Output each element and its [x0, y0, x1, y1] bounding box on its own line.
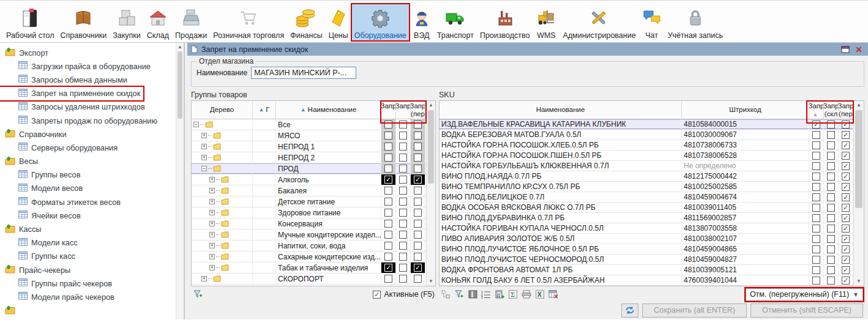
flag-checkbox-cell[interactable]: ✓: [411, 174, 425, 185]
expand-icon[interactable]: +: [209, 199, 215, 204]
expand-icon[interactable]: +: [209, 232, 215, 237]
group-row[interactable]: −ПРОД: [192, 163, 435, 174]
checkbox-icon[interactable]: ✓: [842, 173, 850, 180]
checkbox-icon[interactable]: [399, 176, 407, 184]
checkbox-icon[interactable]: [399, 253, 407, 261]
checkbox-icon[interactable]: [812, 266, 820, 274]
scroll-down-icon[interactable]: ▼: [427, 277, 435, 286]
checkbox-icon[interactable]: [827, 121, 835, 128]
sidebar-item-13[interactable]: Ячейки весов: [0, 209, 184, 222]
checkbox-icon[interactable]: [827, 204, 835, 212]
sku-row[interactable]: ВИНО ПЛОД.ЛУЧИСТОЕ ЧЕРНОСМОРОД.0.5Л48104…: [440, 255, 864, 265]
checkbox-icon[interactable]: [827, 183, 835, 191]
group-row[interactable]: +НЕПРОД 1: [192, 141, 435, 152]
store-name-input[interactable]: [251, 67, 356, 79]
state-filter-dropdown[interactable]: Отм. (перегруженный) (F11) ▼: [746, 288, 863, 301]
sidebar-item-4[interactable]: Запрет на применение скидок: [0, 87, 143, 100]
flag-checkbox-cell[interactable]: [824, 275, 839, 285]
flag-checkbox-cell[interactable]: [396, 185, 411, 196]
refresh-button[interactable]: [621, 303, 638, 318]
checkbox-icon[interactable]: ✓: [842, 266, 850, 274]
toolbar-item-9[interactable]: Оборудование: [352, 4, 409, 40]
flag-checkbox-cell[interactable]: [381, 218, 396, 229]
group-row[interactable]: +Детское питание: [192, 196, 435, 207]
checkbox-icon[interactable]: ✓: [842, 245, 850, 253]
print-icon[interactable]: [521, 289, 532, 300]
scroll-up-icon[interactable]: ▲: [854, 101, 864, 110]
flag-checkbox-cell[interactable]: [824, 161, 839, 171]
group-row[interactable]: +Табак и табачные изделия✓✓: [192, 262, 435, 273]
checkbox-icon[interactable]: [812, 141, 820, 149]
scrollbar-thumb[interactable]: [855, 110, 862, 208]
checkbox-icon[interactable]: [414, 154, 422, 162]
checkbox-icon[interactable]: ✓: [842, 204, 850, 212]
flag-checkbox-cell[interactable]: [824, 192, 839, 202]
column-header-name[interactable]: Наименование: [440, 101, 682, 119]
sidebar-item-8[interactable]: Серверы оборудования: [0, 141, 184, 154]
expand-icon[interactable]: +: [201, 276, 207, 281]
flag-checkbox-cell[interactable]: ✓: [839, 171, 853, 181]
toolbar-item-12[interactable]: Производство: [477, 4, 533, 40]
flag-checkbox-cell[interactable]: [381, 196, 396, 207]
toolbar-item-3[interactable]: Закупки: [110, 4, 143, 40]
column-header-flag3[interactable]: Запр (пер: [839, 101, 853, 119]
flag-checkbox-cell[interactable]: [381, 240, 396, 251]
checkbox-icon[interactable]: [384, 187, 392, 195]
calculator-add-icon[interactable]: [494, 289, 505, 300]
sku-row[interactable]: ПИВО АЛИВАРИЯ ЗОЛОТОЕ Ж/Б 0.5Л4810038002…: [440, 234, 864, 244]
checkbox-icon[interactable]: [399, 275, 407, 283]
checkbox-icon[interactable]: ✓: [812, 121, 820, 128]
group-row[interactable]: −Все: [192, 119, 435, 130]
checkbox-icon[interactable]: [812, 162, 820, 170]
toolbar-item-8[interactable]: Цены: [326, 4, 351, 40]
flag-checkbox-cell[interactable]: ✓: [839, 151, 853, 160]
flag-checkbox-cell[interactable]: [824, 234, 839, 244]
column-header-flag2[interactable]: Запр: [396, 101, 411, 119]
checkbox-icon[interactable]: [399, 198, 407, 206]
checkbox-icon[interactable]: [827, 277, 835, 285]
toolbar-item-10[interactable]: ВЭД: [410, 4, 433, 40]
checkbox-icon[interactable]: [399, 242, 407, 250]
checkbox-icon[interactable]: [827, 266, 835, 274]
checkbox-icon[interactable]: ✓: [414, 176, 422, 184]
flag-checkbox-cell[interactable]: [381, 207, 396, 218]
sidebar-item-12[interactable]: Форматы этикеток весов: [0, 195, 184, 209]
scrollbar-thumb[interactable]: [428, 110, 434, 184]
flag-checkbox-cell[interactable]: [809, 255, 824, 264]
flag-checkbox-cell[interactable]: ✓: [839, 161, 853, 171]
column-header-flag3[interactable]: Запр (пер: [411, 101, 425, 119]
sku-row[interactable]: НАСТОЙКА ГОР.БУЛЬБАШЪ КЛЮКВЕННАЯ 0.7ЛНе …: [440, 161, 864, 171]
flag-checkbox-cell[interactable]: [809, 161, 824, 171]
flag-checkbox-cell[interactable]: [809, 244, 824, 254]
sidebar-item-11[interactable]: Модели весов: [0, 182, 184, 195]
checkbox-icon[interactable]: [827, 214, 835, 222]
flag-checkbox-cell[interactable]: ✓: [839, 203, 853, 212]
group-row[interactable]: +СКОРОПОРТ: [192, 273, 435, 285]
flag-checkbox-cell[interactable]: [824, 182, 839, 192]
flag-checkbox-cell[interactable]: [824, 244, 839, 254]
filter-add-icon[interactable]: [192, 289, 203, 300]
flag-checkbox-cell[interactable]: [824, 223, 839, 233]
sku-row[interactable]: ВИНО ПЛОД.НАЯДА 0.7Л РБ4812175000442✓: [440, 171, 864, 182]
group-row[interactable]: +Алкоголь✓✓: [192, 174, 435, 185]
checkbox-icon[interactable]: [399, 165, 407, 173]
checkbox-icon[interactable]: [827, 173, 835, 180]
expand-icon[interactable]: +: [209, 188, 215, 193]
sku-row[interactable]: ВОДКА ФРОНТОВАЯ АВТОМАТ 1Л РБ48100390051…: [440, 265, 864, 275]
flag-checkbox-cell[interactable]: [809, 223, 824, 233]
column-header-tree[interactable]: Дерево: [192, 101, 253, 119]
sku-row[interactable]: КОНЬЯК ГОЛД БАКУ 6 ЛЕТ 0.5Л АЗЕРБАЙЖАН47…: [440, 275, 864, 286]
flag-checkbox-cell[interactable]: [809, 234, 824, 244]
sidebar-item-18[interactable]: Группы прайс чекеров: [0, 277, 184, 290]
numbered-list-icon[interactable]: 123: [481, 289, 492, 300]
column-header-code[interactable]: ▲Г: [253, 101, 276, 119]
flag-checkbox-cell[interactable]: [396, 262, 411, 273]
checkbox-icon[interactable]: ✓: [842, 183, 850, 191]
flag-checkbox-cell[interactable]: ✓: [839, 140, 853, 150]
flag-checkbox-cell[interactable]: [824, 203, 839, 212]
flag-checkbox-cell[interactable]: [396, 229, 411, 240]
collapse-icon[interactable]: −: [201, 166, 207, 171]
flag-checkbox-cell[interactable]: [396, 174, 411, 185]
sidebar-item-6[interactable]: Запреты продаж по оборудованию: [0, 114, 184, 127]
flag-checkbox-cell[interactable]: ✓: [809, 119, 824, 129]
